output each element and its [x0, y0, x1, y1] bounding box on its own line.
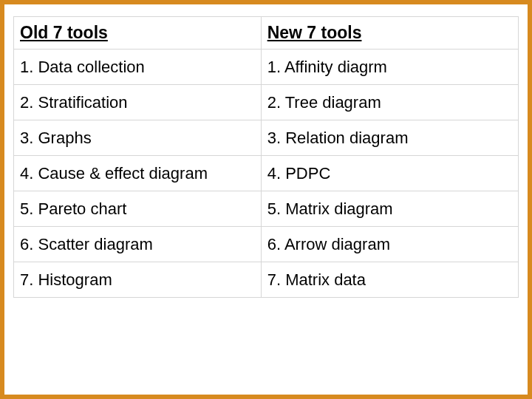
row-number: 1. — [267, 58, 281, 77]
new-tool-label: Tree diagram — [285, 93, 381, 112]
old-tool-label: Cause & effect diagram — [38, 164, 208, 183]
old-tool-label: Data collection — [38, 58, 144, 76]
slide-frame: Old 7 tools New 7 tools 1. Data collecti… — [0, 0, 532, 399]
row-number: 3. — [20, 129, 33, 148]
table-row: 4. Cause & effect diagram 4. PDPC — [14, 156, 519, 191]
cell-old-4: 4. Cause & effect diagram — [14, 156, 262, 191]
cell-new-3: 3. Relation diagram — [261, 120, 518, 156]
table-header-row: Old 7 tools New 7 tools — [14, 17, 519, 50]
new-tool-label: Matrix diagram — [285, 200, 392, 218]
row-number: 2. — [267, 93, 281, 112]
cell-old-2: 2. Stratification — [14, 85, 262, 120]
cell-new-5: 5. Matrix diagram — [261, 191, 518, 227]
cell-old-3: 3. Graphs — [14, 120, 262, 156]
table-row: 3. Graphs 3. Relation diagram — [14, 120, 519, 156]
old-tool-label: Histogram — [38, 270, 112, 289]
old-tool-label: Pareto chart — [38, 200, 126, 218]
cell-old-6: 6. Scatter diagram — [14, 227, 262, 262]
cell-old-7: 7. Histogram — [14, 262, 262, 298]
tools-table: Old 7 tools New 7 tools 1. Data collecti… — [13, 16, 519, 298]
row-number: 4. — [20, 164, 33, 183]
row-number: 6. — [267, 235, 281, 254]
table-row: 2. Stratification 2. Tree diagram — [14, 85, 519, 120]
new-tool-label: Relation diagram — [285, 129, 408, 147]
row-number: 5. — [20, 200, 33, 219]
cell-old-5: 5. Pareto chart — [14, 191, 262, 227]
table-row: 5. Pareto chart 5. Matrix diagram — [14, 191, 519, 227]
row-number: 7. — [20, 270, 33, 290]
cell-old-1: 1. Data collection — [14, 50, 262, 85]
cell-new-1: 1. Affinity diagrm — [261, 50, 518, 85]
row-number: 3. — [267, 129, 281, 148]
row-number: 5. — [267, 200, 281, 219]
row-number: 2. — [20, 93, 33, 112]
new-tool-label: Matrix data — [285, 270, 366, 289]
new-tool-label: PDPC — [285, 164, 330, 183]
old-tool-label: Scatter diagram — [38, 235, 152, 253]
row-number: 1. — [20, 58, 33, 77]
cell-new-6: 6. Arrow diagram — [261, 227, 518, 262]
table-row: 6. Scatter diagram 6. Arrow diagram — [14, 227, 519, 262]
new-tool-label: Affinity diagrm — [284, 58, 387, 76]
old-tool-label: Graphs — [38, 129, 91, 147]
cell-new-2: 2. Tree diagram — [261, 85, 518, 120]
cell-new-4: 4. PDPC — [261, 156, 518, 191]
table-row: 7. Histogram 7. Matrix data — [14, 262, 519, 298]
header-old-tools: Old 7 tools — [14, 17, 262, 50]
header-new-tools: New 7 tools — [261, 17, 518, 50]
row-number: 7. — [267, 270, 281, 290]
table-row: 1. Data collection 1. Affinity diagrm — [14, 50, 519, 85]
old-tool-label: Stratification — [38, 93, 127, 112]
row-number: 6. — [20, 235, 33, 254]
row-number: 4. — [267, 164, 281, 183]
new-tool-label: Arrow diagram — [284, 235, 390, 253]
cell-new-7: 7. Matrix data — [261, 262, 518, 298]
